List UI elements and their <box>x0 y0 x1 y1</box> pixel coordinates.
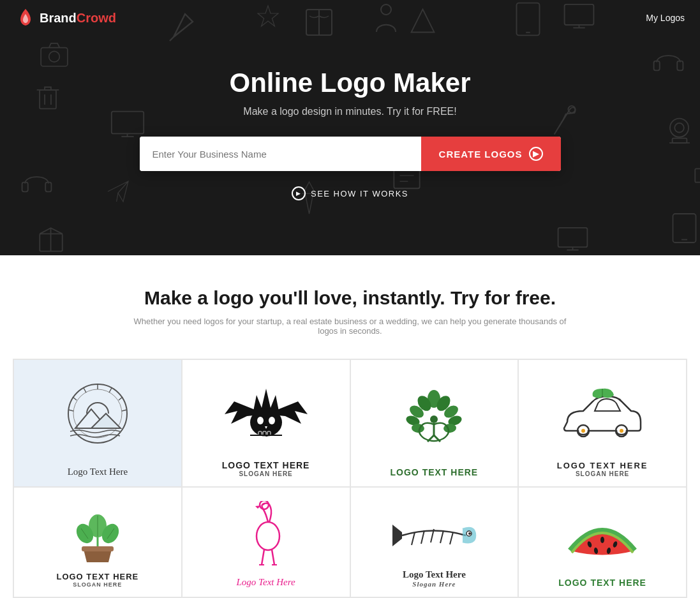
logo-image-8 <box>525 500 680 572</box>
svg-point-30 <box>674 123 684 133</box>
svg-point-86 <box>257 522 279 550</box>
svg-line-49 <box>73 397 77 400</box>
hero-bg-icons <box>0 0 700 255</box>
svg-point-97 <box>600 537 604 543</box>
hero-section: Online Logo Maker Make a logo design in … <box>0 0 700 255</box>
svg-line-93 <box>450 532 453 544</box>
logo-image-5 <box>20 500 175 567</box>
brandcrowd-logo[interactable]: BrandCrowd <box>15 8 116 28</box>
see-how-link[interactable]: ▶ SEE HOW IT WORKS <box>292 186 408 200</box>
business-name-input[interactable] <box>140 137 421 171</box>
logo-card-7[interactable]: Logo Text Here Slogan Here <box>350 487 519 597</box>
logo-brand-text: Brand <box>40 11 77 25</box>
logo-image-3 <box>357 373 512 462</box>
svg-marker-15 <box>108 181 128 202</box>
svg-rect-23 <box>112 112 144 134</box>
svg-point-45 <box>68 384 127 443</box>
svg-point-28 <box>568 106 575 113</box>
svg-point-76 <box>620 429 623 433</box>
svg-rect-33 <box>673 214 696 243</box>
svg-line-90 <box>421 530 424 544</box>
logo-card-3[interactable]: LOGO TEXT HERE <box>350 359 519 487</box>
logo-image-2 <box>189 373 343 455</box>
section-subtitle: Whether you need logos for your startup,… <box>127 317 574 336</box>
logo-card-2[interactable]: LOGO TEXT HERE SLOGAN HERE <box>182 359 350 487</box>
section-title: Make a logo you'll love, instantly. Try … <box>13 287 687 309</box>
logo-card-6-text: Logo Text Here <box>237 577 295 588</box>
svg-line-51 <box>109 388 112 392</box>
svg-line-0 <box>170 37 174 41</box>
my-logos-link[interactable]: My Logos <box>646 13 685 23</box>
svg-rect-38 <box>695 168 700 182</box>
svg-point-57 <box>257 417 264 424</box>
logo-image-1 <box>20 373 175 461</box>
svg-rect-31 <box>673 138 687 143</box>
svg-rect-11 <box>654 61 660 71</box>
svg-point-63 <box>430 415 438 423</box>
svg-rect-78 <box>82 546 114 551</box>
svg-rect-13 <box>22 183 28 192</box>
svg-line-52 <box>119 397 123 400</box>
create-logos-label: CREATE LOGOS <box>439 149 523 160</box>
logo-card-5-slogan: SLOGAN HERE <box>73 581 122 588</box>
logo-flame-icon <box>15 8 36 28</box>
logo-crowd-text: Crowd <box>77 11 116 25</box>
arrow-icon: ▶ <box>529 147 543 161</box>
svg-rect-35 <box>558 228 588 247</box>
svg-point-75 <box>581 429 585 433</box>
svg-point-87 <box>260 501 269 509</box>
logo-card-7-text: Logo Text Here <box>403 569 466 580</box>
svg-line-48 <box>84 388 86 392</box>
header: BrandCrowd My Logos <box>0 0 700 36</box>
svg-line-16 <box>117 193 118 202</box>
logo-card-8[interactable]: LOGO TEXT HERE <box>518 487 687 597</box>
search-bar: CREATE LOGOS ▶ <box>140 137 561 171</box>
svg-line-92 <box>440 530 443 543</box>
logo-card-4-slogan: SLOGAN HERE <box>576 470 629 477</box>
svg-point-29 <box>670 119 689 137</box>
logo-card-5[interactable]: LOGO TEXT HERE SLOGAN HERE <box>13 487 182 597</box>
svg-rect-17 <box>41 48 68 66</box>
logo-image-6 <box>189 500 343 572</box>
svg-point-58 <box>269 417 275 424</box>
logo-card-4[interactable]: LOGO TEXT HERE SLOGAN HERE <box>518 359 687 487</box>
logo-card-4-text: LOGO TEXT HERE <box>557 461 648 470</box>
svg-rect-19 <box>40 90 56 108</box>
svg-rect-12 <box>677 61 683 71</box>
logo-image-4 <box>525 373 680 456</box>
svg-rect-14 <box>45 183 51 192</box>
svg-line-89 <box>412 532 415 545</box>
svg-point-18 <box>49 51 60 62</box>
hero-title: Online Logo Maker <box>229 68 470 98</box>
svg-rect-26 <box>40 234 62 251</box>
see-how-label: SEE HOW IT WORKS <box>311 189 408 198</box>
svg-point-88 <box>262 504 264 505</box>
logo-card-1-text: Logo Text Here <box>68 467 128 477</box>
main-content: Make a logo you'll love, instantly. Try … <box>0 255 700 598</box>
logo-image-7 <box>357 500 512 564</box>
hero-subtitle: Make a logo design in minutes. Try it fo… <box>243 106 456 117</box>
logo-card-3-text: LOGO TEXT HERE <box>391 467 479 477</box>
logo-card-7-slogan: Slogan Here <box>412 580 456 588</box>
create-logos-button[interactable]: CREATE LOGOS ▶ <box>421 137 561 171</box>
logo-card-1[interactable]: Logo Text Here <box>13 359 182 487</box>
logo-card-5-text: LOGO TEXT HERE <box>56 572 138 581</box>
logo-card-6[interactable]: Logo Text Here <box>182 487 350 597</box>
logo-card-8-text: LOGO TEXT HERE <box>558 578 646 588</box>
svg-point-95 <box>468 532 471 535</box>
play-icon: ▶ <box>292 186 306 200</box>
logo-card-2-slogan: SLOGAN HERE <box>239 470 292 477</box>
logo-card-2-text: LOGO TEXT HERE <box>222 460 310 470</box>
logos-grid: Logo Text Here <box>13 359 687 598</box>
svg-marker-55 <box>91 414 121 428</box>
